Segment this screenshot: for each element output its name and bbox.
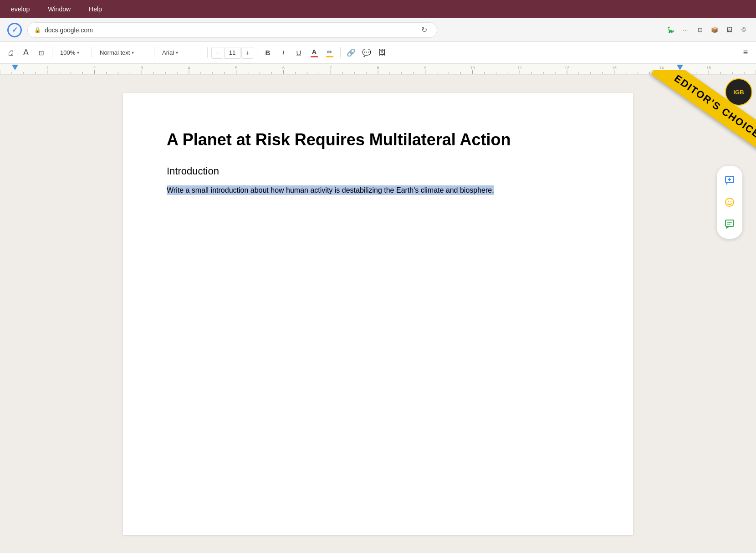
ext-icon-4[interactable]: 📦 [710, 25, 720, 35]
font-dropdown[interactable]: Arial ▾ [158, 46, 204, 60]
link-button[interactable]: 🔗 [344, 46, 358, 60]
text-color-bar [311, 56, 318, 57]
separator-1 [52, 47, 52, 58]
svg-point-5 [730, 201, 731, 202]
format-clear-button[interactable]: ⊡ [35, 46, 48, 60]
svg-point-4 [728, 201, 729, 202]
add-comment-side-button[interactable] [720, 171, 739, 189]
browser-logo: ✓ [7, 23, 22, 37]
font-size-increase[interactable]: + [241, 47, 253, 59]
ribbon-badge: iGB [725, 78, 752, 106]
extension-icons: 🦕 ··· ⊡ 📦 🖼 © [666, 25, 749, 35]
add-emoji-button[interactable] [720, 193, 739, 211]
separator-5 [257, 47, 257, 58]
document-page[interactable]: A Planet at Risk Requires Multilateral A… [123, 93, 633, 535]
side-panel [717, 166, 742, 239]
highlight-letter: ✏ [327, 48, 332, 56]
font-size-control: − + [211, 47, 253, 59]
document-area: A Planet at Risk Requires Multilateral A… [0, 75, 756, 553]
add-comment-button[interactable]: 💬 [360, 46, 373, 60]
highlight-color-bar [326, 56, 333, 57]
ribbon-badge-text: iGB [733, 89, 744, 96]
section-heading: Introduction [167, 165, 589, 177]
add-feedback-button[interactable] [720, 215, 739, 233]
style-chevron: ▾ [132, 50, 134, 55]
ext-icon-5[interactable]: 🖼 [724, 25, 734, 35]
font-size-input[interactable] [224, 47, 240, 59]
url-text: docs.google.com [45, 26, 93, 34]
menu-help[interactable]: Help [85, 4, 106, 15]
ribbon-text: EDITOR'S CHOICE [651, 70, 756, 158]
font-size-decrease[interactable]: − [211, 47, 223, 59]
ruler [0, 64, 756, 75]
text-color-letter: A [312, 48, 317, 56]
italic-button[interactable]: I [276, 46, 290, 60]
zoom-chevron: ▾ [77, 50, 79, 55]
browser-bar: ✓ 🔒 docs.google.com ↻ 🦕 ··· ⊡ 📦 🖼 © [0, 18, 756, 42]
address-bar[interactable]: 🔒 docs.google.com ↻ [27, 22, 437, 38]
zoom-value: 100% [60, 49, 75, 56]
zoom-dropdown[interactable]: 100% ▾ [56, 46, 88, 60]
text-color-button[interactable]: A [307, 46, 321, 60]
reload-icon[interactable]: ↻ [418, 24, 430, 36]
docs-toolbar: 🖨 A ⊡ 100% ▾ Normal text ▾ Arial ▾ − + B… [0, 42, 756, 64]
menu-window[interactable]: Window [44, 4, 74, 15]
selected-text: Write a small introduction about how hum… [167, 185, 494, 195]
insert-image-button[interactable]: 🖼 [375, 46, 389, 60]
lock-icon: 🔒 [34, 27, 41, 33]
menu-bar: evelop Window Help [0, 0, 756, 18]
bold-button[interactable]: B [261, 46, 275, 60]
separator-2 [92, 47, 92, 58]
ext-icon-2[interactable]: ··· [680, 25, 690, 35]
svg-point-3 [725, 198, 734, 206]
ext-icon-1[interactable]: 🦕 [666, 25, 676, 35]
more-options-button[interactable]: ≡ [739, 46, 752, 60]
font-chevron: ▾ [176, 50, 178, 55]
document-title: A Planet at Risk Requires Multilateral A… [167, 129, 589, 151]
underline-button[interactable]: U [292, 46, 306, 60]
svg-rect-6 [725, 220, 734, 226]
menu-develop[interactable]: evelop [7, 4, 33, 15]
paint-format-button[interactable]: A [19, 46, 33, 60]
body-text[interactable]: Write a small introduction about how hum… [167, 184, 589, 196]
separator-3 [154, 47, 154, 58]
style-dropdown[interactable]: Normal text ▾ [96, 46, 150, 60]
print-button[interactable]: 🖨 [4, 46, 17, 60]
separator-4 [207, 47, 208, 58]
highlight-color-button[interactable]: ✏ [323, 46, 337, 60]
font-value: Arial [162, 49, 174, 56]
style-value: Normal text [100, 49, 130, 56]
ext-icon-6[interactable]: © [739, 25, 749, 35]
separator-6 [340, 47, 341, 58]
ext-icon-3[interactable]: ⊡ [695, 25, 705, 35]
